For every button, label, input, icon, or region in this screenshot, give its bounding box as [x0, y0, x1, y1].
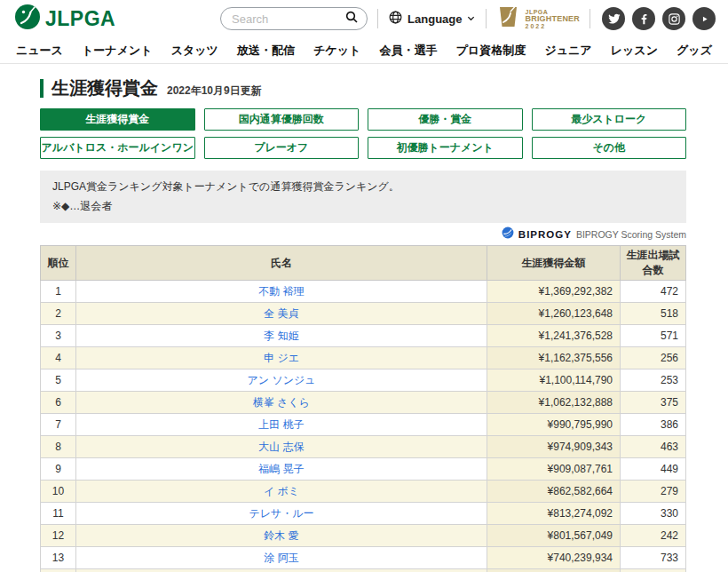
table-row: 4申 ジエ¥1,162,375,556256: [41, 347, 686, 369]
divider: [377, 9, 378, 28]
youtube-icon[interactable]: [692, 7, 716, 30]
table-row: 11テレサ・ルー¥813,274,092330: [41, 503, 686, 525]
money-cell: ¥1,241,376,528: [487, 325, 621, 347]
col-games: 生涯出場試合数: [621, 246, 686, 281]
games-cell: 253: [621, 369, 686, 392]
rank-cell: 10: [41, 481, 76, 503]
name-cell: 涂 阿玉: [76, 547, 487, 569]
rank-cell: 4: [41, 347, 76, 369]
name-cell: 横峯 さくら: [76, 392, 487, 414]
globe-icon: [388, 10, 403, 28]
biprogy-brand: BIPROGY: [518, 229, 572, 240]
player-link[interactable]: イ ボミ: [264, 485, 299, 497]
ranking-table: 順位 氏名 生涯獲得金額 生涯出場試合数 1不動 裕理¥1,369,292,38…: [40, 245, 686, 572]
filter-button[interactable]: 優勝・賞金: [368, 108, 523, 131]
player-link[interactable]: 上田 桃子: [258, 418, 304, 431]
name-cell: アン ソンジュ: [76, 369, 487, 392]
money-cell: ¥1,062,132,888: [487, 392, 621, 414]
name-cell: 上田 桃子: [76, 414, 487, 436]
games-cell: 472: [621, 281, 686, 303]
name-cell: テレサ・ルー: [76, 503, 487, 525]
table-row: 5アン ソンジュ¥1,100,114,790253: [41, 369, 686, 392]
language-label: Language: [408, 12, 462, 26]
jlpga-logo-icon: [14, 4, 41, 34]
jlpga-logo[interactable]: JLPGA: [14, 4, 115, 34]
games-cell: 256: [621, 347, 686, 369]
nav-item[interactable]: トーナメント: [82, 43, 153, 59]
name-cell: 申 ジエ: [76, 347, 487, 369]
brightener-mark-icon: [496, 4, 521, 34]
nav-item[interactable]: グッズ: [677, 43, 712, 59]
games-cell: 463: [621, 436, 686, 458]
money-cell: ¥1,260,123,648: [487, 303, 621, 325]
updated-date: 2022年10月9日更新: [167, 83, 262, 99]
player-link[interactable]: 全 美貞: [264, 307, 298, 320]
nav-item[interactable]: 放送・配信: [237, 43, 295, 59]
search-icon[interactable]: [344, 10, 359, 28]
money-cell: ¥801,567,049: [487, 525, 621, 547]
player-link[interactable]: 福嶋 晃子: [258, 463, 304, 475]
games-cell: 518: [621, 303, 686, 325]
jlpga-brightener-logo[interactable]: JLPGA BRIGHTENER 2022: [496, 4, 580, 34]
nav-item[interactable]: 会員・選手: [380, 43, 438, 59]
games-cell: 279: [621, 481, 686, 503]
games-cell: 330: [621, 503, 686, 525]
player-link[interactable]: 横峯 さくら: [253, 396, 310, 409]
table-row: 7上田 桃子¥990,795,990386: [41, 414, 686, 436]
name-cell: 鈴木 愛: [76, 525, 487, 547]
player-link[interactable]: アン ソンジュ: [247, 374, 315, 386]
notice-line-2: ※◆…退会者: [52, 197, 674, 217]
player-link[interactable]: 涂 阿玉: [264, 552, 298, 564]
site-header: JLPGA Language: [0, 0, 728, 37]
filter-button[interactable]: プレーオフ: [204, 137, 360, 159]
chevron-down-icon: [466, 12, 476, 26]
filter-button[interactable]: その他: [532, 137, 687, 159]
main-nav: ニューストーナメントスタッツ放送・配信チケット会員・選手プロ資格制度ジュニアレッ…: [0, 37, 728, 64]
language-selector[interactable]: Language: [388, 10, 476, 28]
nav-item[interactable]: チケット: [313, 43, 360, 59]
player-link[interactable]: 李 知姫: [264, 330, 298, 342]
money-cell: ¥1,162,375,556: [487, 347, 621, 369]
col-money: 生涯獲得金額: [487, 246, 621, 281]
money-cell: ¥909,087,761: [487, 458, 621, 481]
games-cell: 733: [621, 547, 686, 569]
filter-button[interactable]: 生涯獲得賞金: [40, 108, 195, 131]
page-title: 生涯獲得賞金: [51, 76, 158, 100]
name-cell: 不動 裕理: [76, 281, 487, 303]
nav-item[interactable]: ジュニア: [544, 43, 591, 59]
brightener-text: JLPGA BRIGHTENER 2022: [525, 9, 580, 29]
nav-item[interactable]: プロ資格制度: [456, 43, 526, 59]
rank-cell: 7: [41, 414, 76, 436]
nav-item[interactable]: レッスン: [611, 43, 658, 59]
money-cell: ¥974,909,343: [487, 436, 621, 458]
facebook-icon[interactable]: [632, 7, 655, 30]
title-accent-bar: [40, 79, 44, 98]
nav-item[interactable]: ニュース: [16, 43, 63, 59]
player-link[interactable]: 不動 裕理: [258, 285, 304, 298]
player-link[interactable]: テレサ・ルー: [249, 507, 313, 520]
filter-button[interactable]: 最少ストローク: [532, 108, 687, 131]
divider: [486, 9, 487, 28]
content: 生涯獲得賞金 2022年10月9日更新 生涯獲得賞金国内通算優勝回数優勝・賞金最…: [40, 76, 686, 572]
scoring-system-label: BIPROGY Scoring System: [576, 229, 686, 240]
filter-button[interactable]: 初優勝トーナメント: [368, 137, 523, 159]
table-header-row: 順位 氏名 生涯獲得金額 生涯出場試合数: [41, 246, 686, 281]
player-link[interactable]: 大山 志保: [258, 441, 304, 453]
rank-cell: 11: [41, 503, 76, 525]
table-row: 3李 知姫¥1,241,376,528571: [41, 325, 686, 347]
filter-button[interactable]: アルバトロス・ホールインワン: [40, 137, 195, 159]
instagram-icon[interactable]: [662, 7, 685, 30]
twitter-icon[interactable]: [602, 7, 625, 30]
nav-item[interactable]: スタッツ: [171, 43, 218, 59]
rank-cell: 8: [41, 436, 76, 458]
search-box[interactable]: [220, 7, 368, 30]
name-cell: イ ボミ: [76, 481, 487, 503]
rank-cell: 1: [41, 281, 76, 303]
player-link[interactable]: 申 ジエ: [264, 352, 299, 364]
player-link[interactable]: 鈴木 愛: [264, 529, 298, 542]
games-cell: 386: [621, 414, 686, 436]
filter-button[interactable]: 国内通算優勝回数: [204, 108, 360, 131]
search-input[interactable]: [232, 12, 344, 26]
rank-cell: 2: [41, 303, 76, 325]
table-row: 9福嶋 晃子¥909,087,761449: [41, 458, 686, 481]
